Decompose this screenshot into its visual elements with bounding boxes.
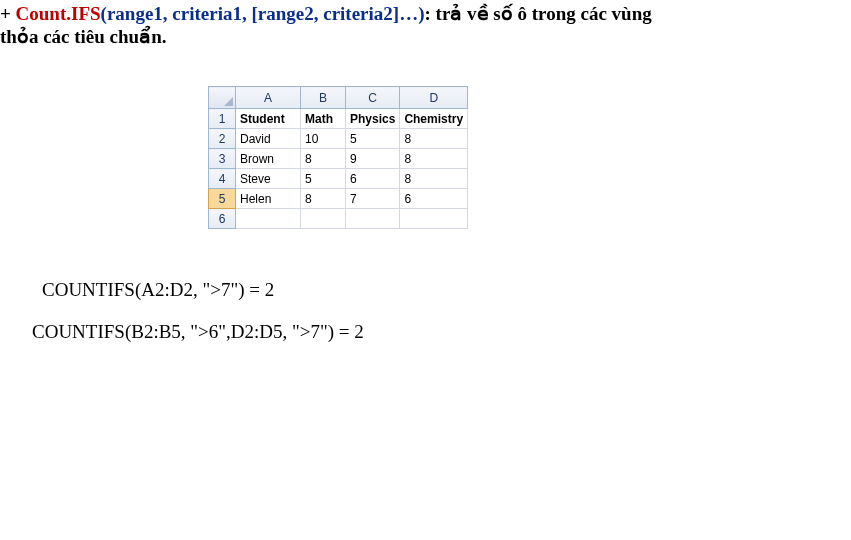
- cell-a5: Helen: [236, 189, 301, 209]
- table-row: 2 David 10 5 8: [209, 129, 468, 149]
- sheet-corner: [209, 87, 236, 109]
- spreadsheet-screenshot: A B C D 1 Student Math Physics Chemistry…: [208, 86, 468, 229]
- row-header-2: 2: [209, 129, 236, 149]
- cell-d2: 8: [400, 129, 468, 149]
- cell-a2: David: [236, 129, 301, 149]
- cell-c4: 6: [346, 169, 400, 189]
- table-row: 5 Helen 8 7 6: [209, 189, 468, 209]
- cell-b4: 5: [301, 169, 346, 189]
- example-formula-2: COUNTIFS(B2:B5, ">6",D2:D5, ">7") = 2: [32, 321, 851, 343]
- cell-a4: Steve: [236, 169, 301, 189]
- header-math: Math: [301, 109, 346, 129]
- header-physics: Physics: [346, 109, 400, 129]
- col-header-b: B: [301, 87, 346, 109]
- function-params: (range1, criteria1, [range2, criteria2]……: [101, 3, 425, 24]
- heading-line2: thỏa các tiêu chuẩn.: [0, 25, 851, 48]
- heading-description: trả về số ô trong các vùng: [436, 3, 652, 24]
- cell-d6: [400, 209, 468, 229]
- col-header-c: C: [346, 87, 400, 109]
- header-chemistry: Chemistry: [400, 109, 468, 129]
- header-student: Student: [236, 109, 301, 129]
- table-header-row: 1 Student Math Physics Chemistry: [209, 109, 468, 129]
- cell-a3: Brown: [236, 149, 301, 169]
- cell-b5: 8: [301, 189, 346, 209]
- example-formula-1: COUNTIFS(A2:D2, ">7") = 2: [42, 279, 851, 301]
- row-header-3: 3: [209, 149, 236, 169]
- cell-b2: 10: [301, 129, 346, 149]
- table-row: 4 Steve 5 6 8: [209, 169, 468, 189]
- cell-d5: 6: [400, 189, 468, 209]
- cell-c5: 7: [346, 189, 400, 209]
- cell-b3: 8: [301, 149, 346, 169]
- table-row: 3 Brown 8 9 8: [209, 149, 468, 169]
- table-row: 6: [209, 209, 468, 229]
- cell-c2: 5: [346, 129, 400, 149]
- heading-sep: :: [425, 3, 436, 24]
- row-header-4: 4: [209, 169, 236, 189]
- row-header-1: 1: [209, 109, 236, 129]
- cell-d4: 8: [400, 169, 468, 189]
- col-header-d: D: [400, 87, 468, 109]
- heading-plus: +: [0, 3, 16, 24]
- row-header-6: 6: [209, 209, 236, 229]
- col-header-a: A: [236, 87, 301, 109]
- cell-b6: [301, 209, 346, 229]
- cell-c3: 9: [346, 149, 400, 169]
- cell-a6: [236, 209, 301, 229]
- row-header-5: 5: [209, 189, 236, 209]
- spreadsheet-table: A B C D 1 Student Math Physics Chemistry…: [208, 86, 468, 229]
- cell-c6: [346, 209, 400, 229]
- cell-d3: 8: [400, 149, 468, 169]
- function-name: Count.IFS: [16, 3, 101, 24]
